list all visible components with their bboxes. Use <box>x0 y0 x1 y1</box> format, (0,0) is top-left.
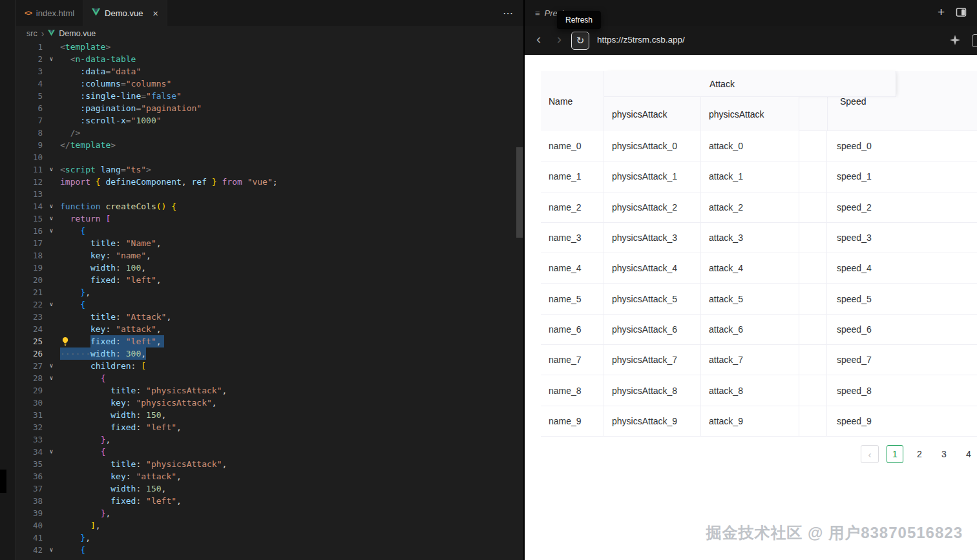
line-number: 38 <box>16 495 43 507</box>
code-line[interactable]: 25 fixed: "left", <box>16 335 516 347</box>
pagination-page[interactable]: 2 <box>911 445 928 463</box>
table-cell: attack_4 <box>701 253 799 283</box>
fold-chevron-icon <box>43 519 60 532</box>
table-row: name_5physicsAttack_5attack_5speed_5 <box>541 284 977 314</box>
code-line[interactable]: 39 }, <box>16 507 516 519</box>
refresh-button[interactable]: ↻ <box>571 32 589 50</box>
code-line[interactable]: 27∨ children: [ <box>16 360 516 372</box>
back-icon[interactable]: ‹ <box>536 31 541 47</box>
table-cell: name_2 <box>541 192 604 222</box>
code-line[interactable]: 23 title: "Attack", <box>16 311 516 323</box>
code-line[interactable]: 41 }, <box>16 532 516 544</box>
code-line[interactable]: 22∨ { <box>16 298 516 311</box>
fold-chevron-icon[interactable]: ∨ <box>43 213 60 225</box>
code-line[interactable]: 26······width: 300, <box>16 347 516 360</box>
code-line[interactable]: 18 key: "name", <box>16 249 516 262</box>
tab-demo-vue[interactable]: Demo.vue × <box>83 0 167 26</box>
table-cell <box>799 131 827 161</box>
code-line[interactable]: 35 title: "physicsAttack", <box>16 458 516 470</box>
code-line[interactable]: 34∨ { <box>16 446 516 458</box>
pagination-page[interactable]: 1 <box>887 445 903 463</box>
forward-icon[interactable]: › <box>557 31 562 47</box>
pagination-page[interactable]: 3 <box>936 445 952 463</box>
fold-chevron-icon[interactable]: ∨ <box>43 225 60 237</box>
code-line[interactable]: 10 <box>16 151 516 163</box>
code-line[interactable]: 38 fixed: "left", <box>16 495 516 507</box>
header-cell-name: Name <box>541 71 604 131</box>
code-line[interactable]: 14∨function createCols() { <box>16 200 516 213</box>
code-line[interactable]: 6 :pagination="pagination" <box>16 102 516 114</box>
fold-chevron-icon <box>43 262 60 274</box>
code-line[interactable]: 19 width: 100, <box>16 262 516 274</box>
fold-chevron-icon[interactable]: ∨ <box>43 544 60 556</box>
line-number: 10 <box>16 151 43 163</box>
code-line[interactable]: 20 fixed: "left", <box>16 274 516 286</box>
code-line[interactable]: 2∨ <n-data-table <box>16 53 516 65</box>
fold-chevron-icon <box>43 384 60 397</box>
close-tab-icon[interactable]: × <box>152 8 158 18</box>
code-line[interactable]: 11∨<script lang="ts"> <box>16 163 516 176</box>
code-line[interactable]: 4 :columns="columns" <box>16 78 516 90</box>
editor-scrollbar[interactable] <box>516 147 523 238</box>
clipped-toolbar-icon[interactable] <box>972 34 977 47</box>
sparkle-icon[interactable] <box>950 35 960 48</box>
code-line[interactable]: 9</template> <box>16 139 516 151</box>
code-area[interactable]: 1<template>2∨ <n-data-table3 :data="data… <box>16 41 516 556</box>
fold-chevron-icon[interactable]: ∨ <box>43 372 60 384</box>
breadcrumb[interactable]: src › Demo.vue <box>16 26 523 41</box>
table-cell <box>799 223 827 253</box>
table-row: name_6physicsAttack_6attack_6speed_6 <box>541 315 977 345</box>
code-line[interactable]: 17 title: "Name", <box>16 237 516 249</box>
fold-chevron-icon[interactable]: ∨ <box>43 446 60 458</box>
table-header: Name Defend Speed Attack physicsAttack p… <box>541 71 977 131</box>
pagination-page[interactable]: 4 <box>960 445 977 463</box>
code-line[interactable]: 42∨ { <box>16 544 516 556</box>
fold-chevron-icon[interactable]: ∨ <box>43 163 60 176</box>
code-line[interactable]: 3 :data="data" <box>16 65 516 78</box>
code-line[interactable]: 21 }, <box>16 286 516 298</box>
code-line[interactable]: 15∨ return [ <box>16 213 516 225</box>
fold-chevron-icon[interactable]: ∨ <box>43 298 60 311</box>
table-cell: attack_1 <box>701 161 799 191</box>
code-line[interactable]: 29 title: "physicsAttack", <box>16 384 516 397</box>
code-line[interactable]: 33 }, <box>16 433 516 446</box>
more-actions-icon[interactable]: ⋯ <box>503 7 513 19</box>
code-line[interactable]: 5 :single-line="false" <box>16 90 516 102</box>
code-line[interactable]: 28∨ { <box>16 372 516 384</box>
breadcrumb-file[interactable]: Demo.vue <box>59 29 96 38</box>
table-cell: attack_3 <box>701 223 799 253</box>
table-cell <box>799 315 827 344</box>
code-line[interactable]: 1<template> <box>16 41 516 53</box>
code-line[interactable]: 13 <box>16 188 516 200</box>
code-line[interactable]: 16∨ { <box>16 225 516 237</box>
code-line[interactable]: 36 key: "attack", <box>16 470 516 482</box>
html-file-icon: <> <box>25 9 32 17</box>
line-number: 29 <box>16 384 43 397</box>
url-text[interactable]: https://z5trsm.csb.app/ <box>597 35 685 45</box>
layout-panel-icon[interactable] <box>956 7 967 20</box>
code-line[interactable]: 32 fixed: "left", <box>16 421 516 433</box>
fold-chevron-icon <box>43 458 60 470</box>
fold-chevron-icon[interactable]: ∨ <box>43 360 60 372</box>
table-cell: physicsAttack_1 <box>604 161 701 191</box>
code-line[interactable]: 24 key: "attack", <box>16 323 516 335</box>
line-number: 30 <box>16 397 43 409</box>
breadcrumb-root[interactable]: src <box>26 29 37 38</box>
code-line[interactable]: 7 :scroll-x="1000" <box>16 114 516 127</box>
code-line[interactable]: 12import { defineComponent, ref } from "… <box>16 176 516 188</box>
pagination-prev-button[interactable]: ‹ <box>861 445 879 463</box>
table-row: name_8physicsAttack_8attack_8speed_8 <box>541 375 977 406</box>
code-line[interactable]: 31 width: 150, <box>16 409 516 421</box>
code-line[interactable]: 30 key: "physicsAttack", <box>16 397 516 409</box>
fold-chevron-icon[interactable]: ∨ <box>43 200 60 213</box>
tab-index-html[interactable]: <> index.html <box>16 0 83 26</box>
fold-chevron-icon[interactable]: ∨ <box>43 53 60 65</box>
fold-chevron-icon <box>43 495 60 507</box>
fold-chevron-icon <box>43 151 60 163</box>
code-line[interactable]: 8 /> <box>16 127 516 139</box>
code-line[interactable]: 37 width: 150, <box>16 482 516 495</box>
chevron-left-icon: ‹ <box>868 449 872 460</box>
lightbulb-icon[interactable] <box>61 337 69 349</box>
code-line[interactable]: 40 ], <box>16 519 516 532</box>
add-tab-icon[interactable]: + <box>938 5 945 19</box>
